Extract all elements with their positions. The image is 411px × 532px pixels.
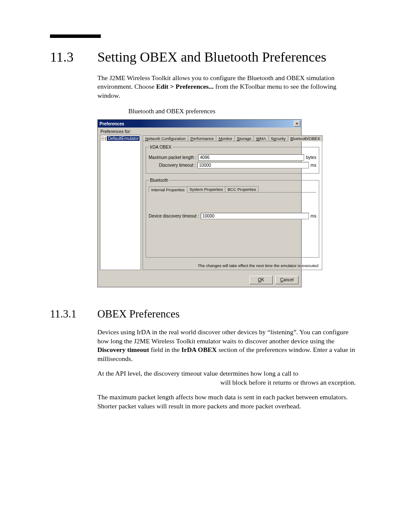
text: At the API level, the discovery timeout … [97,370,299,377]
subsection-paragraph-3: The maximum packet length affects how mu… [97,393,356,411]
section-title: Setting OBEX and Bluetooth Preferences [97,49,326,65]
tab-label: etwork Configuration [148,136,186,141]
discovery-timeout-input[interactable] [197,162,309,168]
window-title: Preferences [100,121,124,126]
subsection-number: 11.3.1 [50,308,97,320]
bluetooth-legend: Bluetooth [149,178,169,183]
tab-wma[interactable]: WMA [253,135,268,141]
tab-network-configuration[interactable]: Network Configuration [143,135,188,141]
subsection-paragraph-2: At the API level, the discovery timeout … [97,369,356,387]
preferences-for-label: Preferences for: [98,128,301,135]
max-packet-input[interactable] [198,154,304,161]
device-discovery-input[interactable] [201,213,309,219]
emulator-tree[interactable]: + DefaultEmulator [100,135,141,270]
tab-label: onitor [222,136,232,141]
device-discovery-label: Device discovery timeout : [149,214,199,218]
tab-monitor[interactable]: Monitor [216,135,235,141]
max-packet-label: Maximum packet length : [149,155,196,160]
discovery-timeout-label: Discovery timeout : [159,163,196,168]
subsection-heading: 11.3.1 OBEX Preferences [50,308,374,320]
main-tabs: Network Configuration Performance Monito… [143,135,322,141]
preferences-window: Preferences × Preferences for: + Default… [97,119,302,287]
irda-legend: IrDA OBEX [149,145,173,149]
folder-icon [105,137,106,141]
tree-node-default-emulator[interactable]: + DefaultEmulator [101,136,140,141]
subtab-internal-properties[interactable]: Internal Properties [149,187,187,193]
bold-discovery-timeout: Discovery timeout [97,346,149,353]
bluetooth-group: Bluetooth Internal Properties System Pro… [146,178,319,258]
section-paragraph-1: The J2ME Wireless Toolkit allows you to … [97,74,356,100]
tab-security[interactable]: Security [268,135,288,141]
max-packet-unit: bytes [306,155,316,160]
window-titlebar: Preferences × [98,120,301,128]
tab-bluetooth-obex[interactable]: Bluetooth/OBEX [288,135,323,141]
tab-performance[interactable]: Performance [188,135,216,141]
tab-label: erformance [193,136,214,141]
tab-label: luetooth/OBEX [293,136,320,141]
tab-storage[interactable]: Storage [234,135,254,141]
text: will block before it returns or throws a… [97,378,356,387]
text: field in the [149,346,181,353]
section-number: 11.3 [50,49,97,65]
bluetooth-subtabs: Internal Properties System Properties BC… [149,186,316,193]
section-rule [50,34,101,38]
tree-node-label: DefaultEmulator [107,136,140,141]
device-discovery-unit: ms [311,214,316,218]
text: Devices using IrDA in the real world dis… [97,328,349,344]
tab-label: curity [276,136,286,141]
ok-label: K [262,277,265,282]
expand-icon[interactable]: + [101,137,104,140]
ok-button[interactable]: OK [249,276,273,284]
menu-path-bold: Edit > Preferences... [156,83,214,90]
subtab-system-properties[interactable]: System Properties [187,186,226,192]
figure-caption: Bluetooth and OBEX preferences [128,108,356,115]
footer-note: The changes will take effect the next ti… [146,262,319,268]
cancel-label: ancel [283,277,294,282]
subsection-paragraph-1: Devices using IrDA in the real world dis… [97,328,356,363]
tab-label: MA [260,136,266,141]
cancel-button[interactable]: Cancel [275,276,299,284]
discovery-timeout-unit: ms [311,163,316,168]
subtab-bcc-properties[interactable]: BCC Properties [225,186,258,192]
subsection-title: OBEX Preferences [97,308,180,320]
tab-label: torage [240,136,251,141]
irda-obex-group: IrDA OBEX Maximum packet length : bytes … [146,145,319,174]
section-heading: 11.3 Setting OBEX and Bluetooth Preferen… [50,49,374,65]
close-icon[interactable]: × [294,121,300,127]
bold-irda-obex: IrDA OBEX [181,346,217,353]
